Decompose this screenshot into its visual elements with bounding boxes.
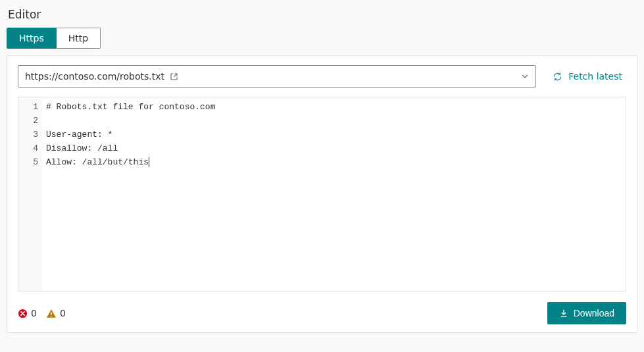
line-number: 1 <box>18 100 38 114</box>
status-errors[interactable]: 0 <box>18 308 37 318</box>
editor-gutter: 12345 <box>18 97 42 291</box>
open-external-icon[interactable] <box>170 72 178 81</box>
editor-footer: 0 0 <box>18 302 626 324</box>
code-line[interactable]: Disallow: /all <box>46 141 622 155</box>
url-row: https://contoso.com/robots.txt <box>18 65 626 88</box>
status-warnings[interactable]: 0 <box>46 308 66 318</box>
code-line[interactable] <box>46 114 622 128</box>
code-line[interactable]: # Robots.txt file for contoso.com <box>46 100 622 114</box>
svg-rect-2 <box>51 315 51 316</box>
code-editor[interactable]: 12345 # Robots.txt file for contoso.comU… <box>18 97 626 291</box>
editor-card: https://contoso.com/robots.txt <box>7 55 637 333</box>
editor-content[interactable]: # Robots.txt file for contoso.comUser-ag… <box>42 97 626 291</box>
status-warnings-count: 0 <box>60 308 66 318</box>
status-errors-count: 0 <box>31 308 37 318</box>
protocol-tab-bar: Https Http <box>7 28 637 49</box>
status-group: 0 0 <box>18 308 66 318</box>
warning-icon <box>46 309 57 318</box>
error-icon <box>18 309 28 318</box>
download-label: Download <box>574 308 614 318</box>
text-cursor <box>149 157 149 167</box>
page-title: Editor <box>7 5 637 28</box>
download-button[interactable]: Download <box>547 302 626 324</box>
code-line[interactable]: Allow: /all/but/this <box>46 155 622 169</box>
url-value: https://contoso.com/robots.txt <box>25 71 164 82</box>
svg-rect-1 <box>51 312 51 314</box>
tab-https[interactable]: Https <box>7 28 57 49</box>
fetch-latest-label: Fetch latest <box>568 71 622 82</box>
url-dropdown[interactable]: https://contoso.com/robots.txt <box>18 65 536 88</box>
tab-http[interactable]: Http <box>57 28 101 49</box>
line-number: 4 <box>18 141 38 155</box>
code-line[interactable]: User-agent: * <box>46 128 622 141</box>
fetch-latest-button[interactable]: Fetch latest <box>548 65 626 88</box>
refresh-icon <box>552 71 563 82</box>
line-number: 3 <box>18 128 38 141</box>
chevron-down-icon <box>521 72 529 80</box>
download-icon <box>559 309 568 318</box>
line-number: 2 <box>18 114 38 128</box>
line-number: 5 <box>18 155 38 169</box>
